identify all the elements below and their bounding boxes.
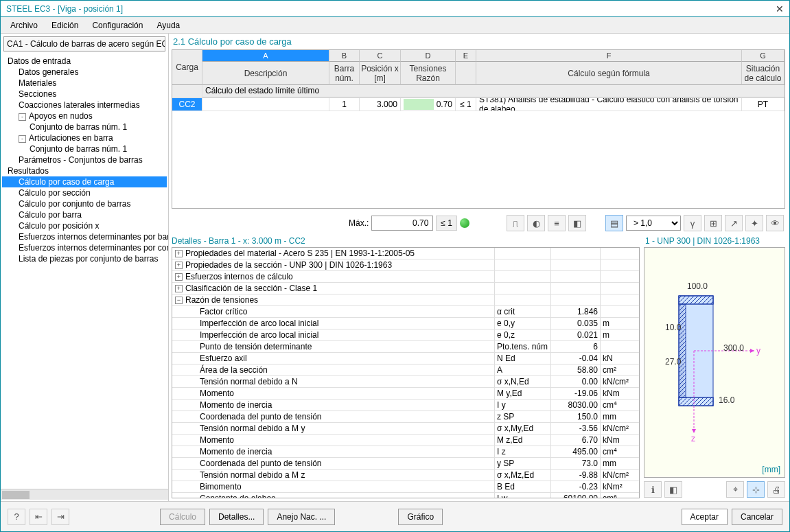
detail-row[interactable]: Imperfección de arco local iniciale 0,z0… [172, 329, 639, 341]
cell-pos: 3.000 [360, 98, 401, 111]
tool-btn-3[interactable]: ≡ [548, 215, 566, 231]
case-combo[interactable]: CA1 - Cálculo de barras de acero según E… [3, 36, 165, 51]
graphic-button[interactable]: Gráfico [398, 509, 443, 525]
detail-row[interactable]: Área de la secciónA58.80cm² [172, 365, 639, 376]
detail-row[interactable]: Momento de inerciaI y8030.00cm⁴ [172, 400, 639, 411]
help-icon[interactable]: ? [8, 509, 25, 525]
tree-scrollbar[interactable] [1, 489, 168, 500]
group-spacer [172, 85, 202, 97]
col-letter-f[interactable]: F [476, 50, 742, 62]
tree-node[interactable]: Cálculo por caso de carga [2, 176, 167, 187]
tree-node[interactable]: Resultados [2, 165, 167, 176]
tree-node[interactable]: Esfuerzos internos determinantes por con… [2, 242, 167, 253]
annex-button[interactable]: Anejo Nac. ... [268, 509, 335, 525]
ratio-combo[interactable]: > 1,0 [626, 216, 681, 231]
max-rel: ≤ 1 [436, 216, 457, 231]
cancel-button[interactable]: Cancelar [732, 509, 782, 525]
detail-group[interactable]: +Propiedades de la sección - UNP 300 | D… [172, 259, 639, 271]
menu-archivo[interactable]: Archivo [5, 19, 43, 32]
nav-tree[interactable]: Datos de entradaDatos generalesMateriale… [1, 54, 168, 489]
detail-row[interactable]: Momento de inerciaI z495.00cm⁴ [172, 446, 639, 458]
axes-btn-2[interactable]: ⊹ [747, 481, 765, 498]
cell-rel: ≤ 1 [456, 98, 476, 111]
detail-row[interactable]: Tensión normal debido a M yσ x,My,Ed-3.5… [172, 423, 639, 435]
tree-node[interactable]: Esfuerzos internos determinantes por bar… [2, 231, 167, 242]
col-letter-c[interactable]: C [360, 50, 401, 62]
calc-button[interactable]: Cálculo [160, 509, 205, 525]
detail-row[interactable]: Imperfección de arco local iniciale 0,y0… [172, 318, 639, 329]
detail-row[interactable]: BimomentoB Ed-0.23kNm² [172, 481, 639, 493]
detail-group[interactable]: +Esfuerzos internos de cálculo [172, 271, 639, 283]
tool-btn-5[interactable]: γ [684, 215, 701, 231]
tree-node[interactable]: Secciones [2, 89, 167, 100]
col-letter-b[interactable]: B [329, 50, 360, 62]
tree-node[interactable]: Cálculo por conjunto de barras [2, 198, 167, 209]
tool-btn-2[interactable]: ◐ [527, 215, 545, 231]
cell-formula: ST381) Análisis de estabilidad - Cálculo… [476, 98, 742, 111]
detail-row[interactable]: Esfuerzo axilN Ed-0.04kN [172, 353, 639, 365]
tree-node[interactable]: Lista de piezas por conjunto de barras [2, 253, 167, 264]
close-icon[interactable]: ✕ [776, 3, 784, 14]
print-btn[interactable]: 🖨 [767, 481, 785, 498]
detail-row[interactable]: Factor críticoα crit1.846 [172, 306, 639, 318]
footer-btn-2[interactable]: ⇥ [51, 509, 69, 525]
detail-row[interactable]: Punto de tensión determinantePto.tens. n… [172, 341, 639, 353]
col-razon: Tensiones Razón [401, 62, 456, 85]
tool-btn-7[interactable]: ↗ [725, 215, 743, 231]
col-letter-d[interactable]: D [401, 50, 456, 62]
col-letter-g[interactable]: G [742, 50, 785, 62]
col-barra: Barra núm. [329, 62, 360, 85]
section-btn[interactable]: ◧ [664, 481, 682, 498]
tree-node[interactable]: Coacciones laterales intermedias [2, 100, 167, 111]
detail-row[interactable]: Tensión normal debido a Nσ x,N,Ed0.00kN/… [172, 376, 639, 388]
detail-row[interactable]: Tensión normal debido a M zσ x,Mz,Ed-9.8… [172, 470, 639, 481]
eye-icon[interactable]: 👁 [766, 215, 784, 231]
tree-node[interactable]: Cálculo por sección [2, 187, 167, 198]
detail-row[interactable]: Coordenada del punto de tensiónz SP150.0… [172, 411, 639, 423]
cell-razon: 0.70 [401, 98, 456, 111]
tree-node[interactable]: Datos generales [2, 67, 167, 78]
tree-node[interactable]: Conjunto de barras núm. 1 [2, 143, 167, 154]
left-panel: CA1 - Cálculo de barras de acero según E… [1, 34, 169, 501]
tree-node[interactable]: Materiales [2, 78, 167, 89]
tree-node[interactable]: -Articulaciones en barra [2, 132, 167, 143]
detail-group[interactable]: −Razón de tensiones [172, 294, 639, 306]
detail-group[interactable]: +Propiedades del material - Acero S 235 … [172, 248, 639, 259]
tree-node[interactable]: Parámetros - Conjuntos de barras [2, 154, 167, 165]
result-row[interactable]: CC2 1 3.000 0.70 ≤ 1 ST381) Análisis de … [172, 98, 785, 111]
unit-label: [mm] [762, 465, 780, 474]
info-icon[interactable]: ℹ [644, 481, 662, 498]
tree-node[interactable]: Cálculo por barra [2, 209, 167, 220]
tree-node[interactable]: Conjunto de barras núm. 1 [2, 122, 167, 132]
toolbar-row: Máx.: ≤ 1 ⎍ ◐ ≡ ◧ ▤ > 1,0 γ ⊞ ↗ ✦ 👁 [169, 211, 789, 235]
axes-btn-1[interactable]: ⌖ [726, 481, 744, 498]
col-letter-a[interactable]: A [202, 50, 329, 62]
col-formula: Cálculo según fórmula [476, 62, 742, 85]
menu-edicion[interactable]: Edición [46, 19, 84, 32]
detail-row[interactable]: Constante de alabeoI w69100.00cm⁶ [172, 493, 639, 498]
filter-btn[interactable]: ▤ [605, 215, 623, 231]
menu-config[interactable]: Configuración [86, 19, 148, 32]
details-button[interactable]: Detalles... [209, 509, 264, 525]
tool-btn-1[interactable]: ⎍ [507, 215, 524, 231]
footer-btn-1[interactable]: ⇤ [30, 509, 47, 525]
details-grid[interactable]: +Propiedades del material - Acero S 235 … [172, 247, 640, 498]
tree-node[interactable]: Datos de entrada [2, 56, 167, 67]
detail-row[interactable]: Coordenada del punto de tensióny SP73.0m… [172, 458, 639, 470]
tool-btn-4[interactable]: ◧ [568, 215, 586, 231]
tool-btn-6[interactable]: ⊞ [704, 215, 722, 231]
profile-title: 1 - UNP 300 | DIN 1026-1:1963 [644, 235, 785, 247]
ok-button[interactable]: Aceptar [682, 509, 728, 525]
detail-row[interactable]: MomentoM y,Ed-19.06kNm [172, 388, 639, 400]
menu-ayuda[interactable]: Ayuda [151, 19, 185, 32]
tree-node[interactable]: -Apoyos en nudos [2, 111, 167, 122]
svg-rect-4 [679, 296, 713, 304]
tool-btn-8[interactable]: ✦ [745, 215, 763, 231]
detail-row[interactable]: MomentoM z,Ed6.70kNm [172, 435, 639, 446]
case-combo-text: CA1 - Cálculo de barras de acero según E… [7, 39, 165, 49]
tree-node[interactable]: Cálculo por posición x [2, 220, 167, 231]
detail-group[interactable]: +Clasificación de la sección - Clase 1 [172, 283, 639, 294]
col-letter-e[interactable]: E [456, 50, 476, 62]
max-label: Máx.: [349, 218, 369, 228]
max-input[interactable] [371, 216, 433, 231]
